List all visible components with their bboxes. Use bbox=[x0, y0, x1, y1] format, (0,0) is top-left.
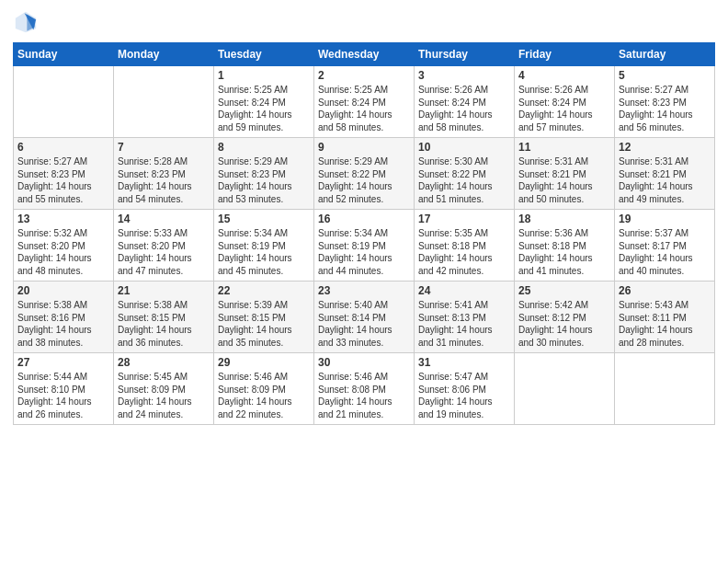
calendar-cell: 16Sunrise: 5:34 AM Sunset: 8:19 PM Dayli… bbox=[314, 210, 415, 282]
day-number: 24 bbox=[418, 284, 510, 297]
calendar-week-row: 1Sunrise: 5:25 AM Sunset: 8:24 PM Daylig… bbox=[14, 66, 715, 138]
day-number: 19 bbox=[619, 213, 711, 225]
day-info: Sunrise: 5:27 AM Sunset: 8:23 PM Dayligh… bbox=[17, 155, 109, 205]
day-info: Sunrise: 5:26 AM Sunset: 8:24 PM Dayligh… bbox=[518, 84, 610, 133]
calendar-cell: 23Sunrise: 5:40 AM Sunset: 8:14 PM Dayli… bbox=[314, 282, 415, 353]
calendar-cell: 30Sunrise: 5:46 AM Sunset: 8:08 PM Dayli… bbox=[314, 353, 415, 425]
day-number: 17 bbox=[418, 213, 510, 225]
day-info: Sunrise: 5:38 AM Sunset: 8:16 PM Dayligh… bbox=[17, 299, 109, 349]
weekday-header: Tuesday bbox=[214, 43, 314, 66]
day-info: Sunrise: 5:42 AM Sunset: 8:12 PM Dayligh… bbox=[518, 299, 610, 349]
page-container: SundayMondayTuesdayWednesdayThursdayFrid… bbox=[0, 0, 728, 563]
day-info: Sunrise: 5:40 AM Sunset: 8:14 PM Dayligh… bbox=[318, 299, 410, 349]
day-info: Sunrise: 5:33 AM Sunset: 8:20 PM Dayligh… bbox=[118, 227, 210, 277]
calendar-header-row: SundayMondayTuesdayWednesdayThursdayFrid… bbox=[14, 43, 715, 66]
day-number: 20 bbox=[17, 284, 109, 297]
day-number: 15 bbox=[218, 213, 310, 225]
calendar-week-row: 13Sunrise: 5:32 AM Sunset: 8:20 PM Dayli… bbox=[14, 210, 715, 282]
calendar-cell: 25Sunrise: 5:42 AM Sunset: 8:12 PM Dayli… bbox=[515, 282, 615, 353]
calendar-cell: 10Sunrise: 5:30 AM Sunset: 8:22 PM Dayli… bbox=[415, 138, 515, 210]
day-number: 29 bbox=[218, 356, 310, 369]
day-info: Sunrise: 5:39 AM Sunset: 8:15 PM Dayligh… bbox=[218, 299, 310, 349]
day-number: 3 bbox=[418, 69, 510, 82]
weekday-header: Wednesday bbox=[314, 43, 415, 66]
day-number: 7 bbox=[118, 141, 210, 154]
calendar-cell: 2Sunrise: 5:25 AM Sunset: 8:24 PM Daylig… bbox=[314, 66, 415, 138]
day-number: 21 bbox=[118, 284, 210, 297]
calendar-cell: 9Sunrise: 5:29 AM Sunset: 8:22 PM Daylig… bbox=[314, 138, 415, 210]
day-info: Sunrise: 5:30 AM Sunset: 8:22 PM Dayligh… bbox=[418, 155, 510, 205]
day-info: Sunrise: 5:43 AM Sunset: 8:11 PM Dayligh… bbox=[619, 299, 711, 349]
calendar-cell: 8Sunrise: 5:29 AM Sunset: 8:23 PM Daylig… bbox=[214, 138, 314, 210]
calendar-cell: 28Sunrise: 5:45 AM Sunset: 8:09 PM Dayli… bbox=[114, 353, 214, 425]
calendar-cell: 29Sunrise: 5:46 AM Sunset: 8:09 PM Dayli… bbox=[214, 353, 314, 425]
day-number: 26 bbox=[619, 284, 711, 297]
day-info: Sunrise: 5:25 AM Sunset: 8:24 PM Dayligh… bbox=[218, 84, 310, 133]
calendar-cell: 12Sunrise: 5:31 AM Sunset: 8:21 PM Dayli… bbox=[615, 138, 715, 210]
calendar-cell: 18Sunrise: 5:36 AM Sunset: 8:18 PM Dayli… bbox=[515, 210, 615, 282]
calendar-week-row: 20Sunrise: 5:38 AM Sunset: 8:16 PM Dayli… bbox=[14, 282, 715, 353]
day-number: 13 bbox=[17, 213, 109, 225]
day-info: Sunrise: 5:31 AM Sunset: 8:21 PM Dayligh… bbox=[518, 155, 610, 205]
calendar-cell: 11Sunrise: 5:31 AM Sunset: 8:21 PM Dayli… bbox=[515, 138, 615, 210]
calendar-week-row: 27Sunrise: 5:44 AM Sunset: 8:10 PM Dayli… bbox=[14, 353, 715, 425]
logo-icon bbox=[13, 9, 39, 35]
calendar-cell bbox=[515, 353, 615, 425]
day-info: Sunrise: 5:34 AM Sunset: 8:19 PM Dayligh… bbox=[218, 227, 310, 277]
day-info: Sunrise: 5:46 AM Sunset: 8:09 PM Dayligh… bbox=[218, 371, 310, 420]
day-number: 30 bbox=[318, 356, 410, 369]
calendar-cell: 31Sunrise: 5:47 AM Sunset: 8:06 PM Dayli… bbox=[415, 353, 515, 425]
day-number: 23 bbox=[318, 284, 410, 297]
calendar-cell: 19Sunrise: 5:37 AM Sunset: 8:17 PM Dayli… bbox=[615, 210, 715, 282]
weekday-header: Saturday bbox=[615, 43, 715, 66]
day-info: Sunrise: 5:31 AM Sunset: 8:21 PM Dayligh… bbox=[619, 155, 711, 205]
day-info: Sunrise: 5:29 AM Sunset: 8:23 PM Dayligh… bbox=[218, 155, 310, 205]
calendar-cell: 5Sunrise: 5:27 AM Sunset: 8:23 PM Daylig… bbox=[615, 66, 715, 138]
page-header bbox=[13, 9, 715, 35]
calendar-cell: 7Sunrise: 5:28 AM Sunset: 8:23 PM Daylig… bbox=[114, 138, 214, 210]
day-info: Sunrise: 5:36 AM Sunset: 8:18 PM Dayligh… bbox=[518, 227, 610, 277]
day-info: Sunrise: 5:28 AM Sunset: 8:23 PM Dayligh… bbox=[118, 155, 210, 205]
day-info: Sunrise: 5:45 AM Sunset: 8:09 PM Dayligh… bbox=[118, 371, 210, 420]
day-info: Sunrise: 5:37 AM Sunset: 8:17 PM Dayligh… bbox=[619, 227, 711, 277]
calendar-cell: 17Sunrise: 5:35 AM Sunset: 8:18 PM Dayli… bbox=[415, 210, 515, 282]
day-number: 11 bbox=[518, 141, 610, 154]
weekday-header: Sunday bbox=[14, 43, 114, 66]
day-number: 18 bbox=[518, 213, 610, 225]
weekday-header: Friday bbox=[515, 43, 615, 66]
weekday-header: Thursday bbox=[415, 43, 515, 66]
day-number: 10 bbox=[418, 141, 510, 154]
calendar-cell: 15Sunrise: 5:34 AM Sunset: 8:19 PM Dayli… bbox=[214, 210, 314, 282]
day-info: Sunrise: 5:27 AM Sunset: 8:23 PM Dayligh… bbox=[619, 84, 711, 133]
weekday-header: Monday bbox=[114, 43, 214, 66]
day-number: 8 bbox=[218, 141, 310, 154]
calendar-cell: 13Sunrise: 5:32 AM Sunset: 8:20 PM Dayli… bbox=[14, 210, 114, 282]
day-number: 9 bbox=[318, 141, 410, 154]
day-info: Sunrise: 5:26 AM Sunset: 8:24 PM Dayligh… bbox=[418, 84, 510, 133]
calendar-cell bbox=[615, 353, 715, 425]
logo bbox=[13, 9, 42, 35]
day-number: 5 bbox=[619, 69, 711, 82]
day-number: 16 bbox=[318, 213, 410, 225]
day-number: 31 bbox=[418, 356, 510, 369]
calendar-week-row: 6Sunrise: 5:27 AM Sunset: 8:23 PM Daylig… bbox=[14, 138, 715, 210]
day-info: Sunrise: 5:29 AM Sunset: 8:22 PM Dayligh… bbox=[318, 155, 410, 205]
calendar-cell: 26Sunrise: 5:43 AM Sunset: 8:11 PM Dayli… bbox=[615, 282, 715, 353]
day-info: Sunrise: 5:46 AM Sunset: 8:08 PM Dayligh… bbox=[318, 371, 410, 420]
day-number: 6 bbox=[17, 141, 109, 154]
calendar-cell: 21Sunrise: 5:38 AM Sunset: 8:15 PM Dayli… bbox=[114, 282, 214, 353]
day-info: Sunrise: 5:34 AM Sunset: 8:19 PM Dayligh… bbox=[318, 227, 410, 277]
calendar-cell: 6Sunrise: 5:27 AM Sunset: 8:23 PM Daylig… bbox=[14, 138, 114, 210]
day-number: 27 bbox=[17, 356, 109, 369]
calendar-cell: 14Sunrise: 5:33 AM Sunset: 8:20 PM Dayli… bbox=[114, 210, 214, 282]
calendar-cell: 4Sunrise: 5:26 AM Sunset: 8:24 PM Daylig… bbox=[515, 66, 615, 138]
calendar-cell: 27Sunrise: 5:44 AM Sunset: 8:10 PM Dayli… bbox=[14, 353, 114, 425]
day-number: 14 bbox=[118, 213, 210, 225]
calendar-cell: 24Sunrise: 5:41 AM Sunset: 8:13 PM Dayli… bbox=[415, 282, 515, 353]
calendar-cell: 1Sunrise: 5:25 AM Sunset: 8:24 PM Daylig… bbox=[214, 66, 314, 138]
day-number: 4 bbox=[518, 69, 610, 82]
day-number: 1 bbox=[218, 69, 310, 82]
day-info: Sunrise: 5:32 AM Sunset: 8:20 PM Dayligh… bbox=[17, 227, 109, 277]
day-number: 28 bbox=[118, 356, 210, 369]
day-number: 22 bbox=[218, 284, 310, 297]
